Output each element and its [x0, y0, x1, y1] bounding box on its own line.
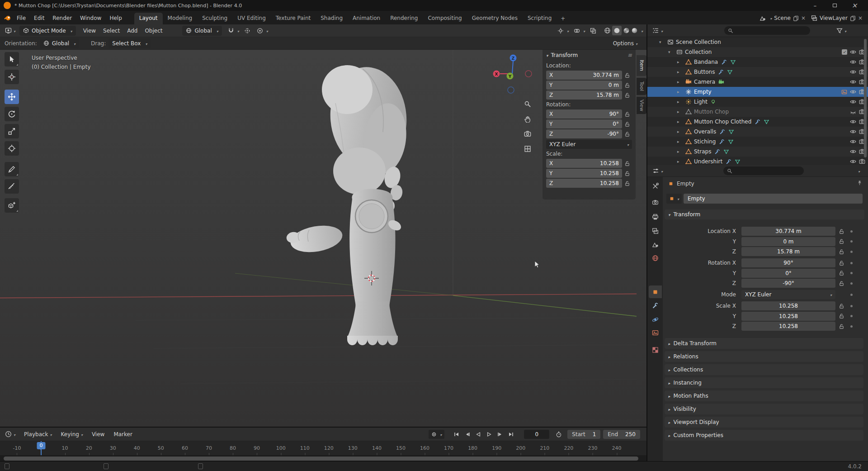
geometry-nodes-icon[interactable] [727, 138, 734, 145]
outliner-row[interactable]: Overalls [647, 127, 868, 137]
animate-decorator-dot[interactable] [847, 230, 855, 233]
outliner-row[interactable]: Mutton Chop Clothed [647, 117, 868, 127]
close-button[interactable] [844, 0, 864, 11]
shading-wireframe-icon[interactable] [604, 27, 611, 34]
outliner-row[interactable]: Collection [647, 47, 868, 57]
tab-world[interactable] [649, 252, 662, 264]
animate-decorator-dot[interactable] [847, 272, 855, 274]
lock-icon[interactable] [835, 270, 847, 276]
menu-item[interactable]: Edit [30, 12, 48, 24]
animate-decorator-dot[interactable] [847, 315, 855, 317]
frame-start-field[interactable]: Start1 [567, 430, 600, 439]
orthographic-toggle-icon[interactable] [522, 143, 533, 154]
xray-toggle-icon[interactable] [589, 28, 598, 34]
sidebar-tab-view[interactable]: View [637, 97, 646, 114]
lock-icon[interactable] [622, 121, 632, 127]
tool-annotate[interactable] [5, 162, 19, 176]
outliner-row[interactable]: Buttons [647, 67, 868, 77]
animate-decorator-dot[interactable] [847, 240, 855, 243]
lock-icon[interactable] [622, 92, 632, 98]
options-dropdown[interactable]: Options [613, 40, 637, 47]
view-layer-icon[interactable] [811, 15, 817, 21]
tool-move[interactable] [5, 90, 19, 104]
blender-menu-icon[interactable] [3, 14, 13, 23]
filter-dropdown-chevron[interactable] [844, 28, 846, 33]
menu-item[interactable]: Render [48, 12, 76, 24]
timeline-menu-item[interactable]: View [87, 429, 109, 439]
disclosure-icon[interactable] [677, 159, 684, 164]
disclosure-icon[interactable] [677, 109, 684, 114]
model-mutton-chop[interactable] [285, 64, 410, 345]
lock-icon[interactable] [622, 131, 632, 137]
shading-material-icon[interactable] [623, 27, 630, 34]
lock-icon[interactable] [835, 238, 847, 244]
workspace-tab[interactable]: Layout [134, 13, 163, 24]
lock-icon[interactable] [622, 161, 632, 167]
value-field[interactable]: 0 m [741, 237, 835, 246]
object-type-dropdown[interactable] [666, 194, 682, 204]
light-data-icon[interactable] [710, 99, 717, 105]
hide-in-viewport-eye-icon[interactable] [850, 138, 856, 145]
modifier-wrench-icon[interactable] [725, 158, 731, 165]
unlink-scene-icon[interactable]: × [801, 15, 806, 21]
rotation-z-field[interactable]: Z-90° [546, 129, 622, 138]
tool-add-primitive[interactable] [5, 198, 19, 213]
auto-keying-button[interactable] [429, 430, 444, 439]
zoom-icon[interactable] [522, 99, 533, 109]
collection-checkbox[interactable] [842, 49, 847, 55]
outliner-search-input[interactable] [724, 26, 810, 35]
menu-item[interactable]: File [13, 12, 30, 24]
geometry-nodes-icon[interactable] [728, 128, 734, 135]
transform-orientation-dropdown[interactable]: Global [182, 26, 222, 36]
hide-in-viewport-eye-icon[interactable] [850, 158, 856, 165]
play-reverse-button[interactable] [473, 429, 483, 439]
properties-editor-icon[interactable] [651, 167, 664, 174]
workspace-tab[interactable]: Geometry Nodes [467, 13, 523, 24]
outliner-row[interactable]: Straps [647, 147, 868, 157]
lock-icon[interactable] [622, 82, 632, 88]
disclosure-icon[interactable] [659, 40, 666, 44]
hide-in-viewport-eye-icon[interactable] [850, 99, 856, 105]
tool-select-box[interactable] [5, 52, 19, 67]
modifier-wrench-icon[interactable] [721, 59, 727, 65]
value-field[interactable]: 30.774 m [741, 227, 835, 236]
value-field[interactable]: 15.78 m [741, 247, 835, 256]
outliner-row[interactable]: Bandana [647, 57, 868, 67]
proportional-editing-icon[interactable] [255, 28, 264, 34]
shading-rendered-icon[interactable] [631, 27, 638, 34]
show-overlays-icon[interactable] [572, 28, 581, 34]
pin-id-icon[interactable] [857, 180, 863, 186]
chevron-down-icon[interactable] [770, 15, 772, 21]
camera-view-icon[interactable] [522, 128, 533, 139]
workspace-tab[interactable]: Shading [316, 13, 348, 24]
snap-to-icon[interactable] [243, 28, 252, 34]
tab-scene[interactable] [649, 238, 662, 251]
jump-next-keyframe-button[interactable] [495, 429, 505, 439]
hide-in-viewport-eye-icon[interactable] [850, 69, 856, 75]
modifier-wrench-icon[interactable] [754, 119, 760, 125]
location-z-field[interactable]: Z15.78 m [546, 90, 622, 100]
hide-in-viewport-eye-icon[interactable] [850, 49, 856, 55]
workspace-tab[interactable]: UV Editing [232, 13, 271, 24]
rotation-mode-dropdown[interactable]: XYZ Euler [546, 140, 632, 149]
tool-transform[interactable] [5, 141, 19, 156]
snap-magnet-icon[interactable] [226, 28, 236, 34]
navigation-gizmo[interactable]: Z X Y [491, 52, 534, 95]
value-field[interactable]: 10.258 [741, 301, 835, 310]
playhead[interactable]: 0 [41, 441, 42, 455]
section-header[interactable]: Custom Properties [665, 430, 863, 441]
disclosure-icon[interactable] [677, 119, 684, 124]
section-header[interactable]: Motion Paths [665, 390, 863, 401]
scale-y-field[interactable]: Y10.258 [546, 169, 622, 178]
geometry-nodes-icon[interactable] [726, 69, 733, 75]
animate-decorator-dot[interactable] [847, 282, 855, 285]
lock-icon[interactable] [622, 181, 632, 186]
jump-prev-keyframe-button[interactable] [462, 429, 472, 439]
lock-icon[interactable] [835, 303, 847, 309]
animate-decorator-dot[interactable] [847, 262, 855, 264]
image-data-icon[interactable] [841, 89, 847, 95]
scale-x-field[interactable]: X10.258 [546, 159, 622, 168]
current-frame-field[interactable]: 0 [524, 430, 549, 439]
filter-icon[interactable] [836, 28, 843, 34]
tab-tool[interactable] [649, 180, 662, 192]
